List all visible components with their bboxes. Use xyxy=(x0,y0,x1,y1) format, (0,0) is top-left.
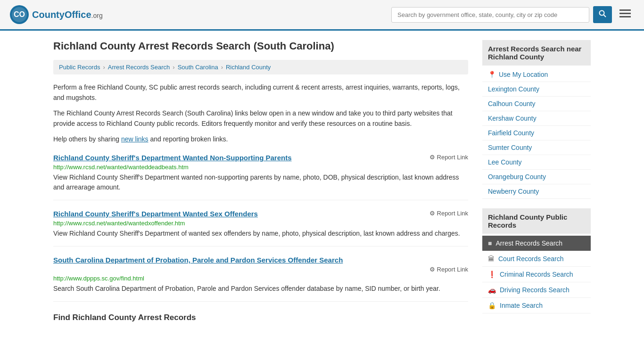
public-records-court[interactable]: 🏛 Court Records Search xyxy=(482,251,591,267)
report-link-2[interactable]: ⚙ Report Link xyxy=(429,210,468,217)
newberry-link[interactable]: Newberry County xyxy=(488,188,539,195)
breadcrumb-south-carolina[interactable]: South Carolina xyxy=(178,64,218,71)
result-desc-1: View Richland County Sheriff's Departmen… xyxy=(53,173,468,192)
driving-records-link[interactable]: Driving Records Search xyxy=(500,286,570,294)
arrest-records-link[interactable]: Arrest Records Search xyxy=(495,239,562,247)
nearby-sumter[interactable]: Sumter County xyxy=(482,140,591,155)
result-header-1: Richland County Sheriff's Department Wan… xyxy=(53,154,468,162)
description-2: The Richland County Arrest Records Searc… xyxy=(53,108,468,129)
report-icon-3: ⚙ xyxy=(429,266,435,273)
description-3: Help others by sharing new links and rep… xyxy=(53,134,468,144)
result-url-2: http://www.rcsd.net/wanted/wantedxoffend… xyxy=(53,220,468,227)
hamburger-icon xyxy=(619,9,631,18)
breadcrumb-arrest-records[interactable]: Arrest Records Search xyxy=(108,64,170,71)
lexington-link[interactable]: Lexington County xyxy=(488,85,539,93)
location-icon: 📍 xyxy=(488,71,496,78)
content-area: Richland County Arrest Records Search (S… xyxy=(53,40,468,323)
criminal-records-link[interactable]: Criminal Records Search xyxy=(500,271,573,278)
report-icon-2: ⚙ xyxy=(429,210,435,217)
sidebar: Arrest Records Search near Richland Coun… xyxy=(482,40,591,323)
search-button[interactable] xyxy=(593,6,612,23)
breadcrumb-public-records[interactable]: Public Records xyxy=(59,64,100,71)
logo-text: CountyOffice.org xyxy=(32,9,103,20)
search-area xyxy=(391,6,635,23)
svg-rect-5 xyxy=(619,9,631,11)
search-icon xyxy=(599,10,606,17)
result-desc-3: Search South Carolina Department of Prob… xyxy=(53,284,468,294)
report-link-1[interactable]: ⚙ Report Link xyxy=(429,154,468,161)
nearby-section: Arrest Records Search near Richland Coun… xyxy=(482,40,591,199)
svg-rect-6 xyxy=(619,13,631,14)
public-records-section-title: Richland County Public Records xyxy=(482,208,591,234)
fairfield-link[interactable]: Fairfield County xyxy=(488,129,534,137)
nearby-lee[interactable]: Lee County xyxy=(482,155,591,170)
orangeburg-link[interactable]: Orangeburg County xyxy=(488,173,546,181)
report-icon-1: ⚙ xyxy=(429,154,435,161)
court-records-link[interactable]: Court Records Search xyxy=(498,255,564,263)
breadcrumb-sep-3: › xyxy=(221,64,223,71)
desc3-pre: Help others by sharing xyxy=(53,135,121,143)
svg-line-4 xyxy=(604,15,606,17)
find-section-title: Find Richland County Arrest Records xyxy=(53,313,468,322)
lee-link[interactable]: Lee County xyxy=(488,158,522,166)
driving-icon: 🚗 xyxy=(488,286,496,294)
logo-icon: CO xyxy=(9,5,29,25)
site-header: CO CountyOffice.org xyxy=(0,0,644,31)
report-link-3[interactable]: ⚙ Report Link xyxy=(429,266,468,273)
result-url-3: http://www.dppps.sc.gov/find.html xyxy=(53,275,468,282)
result-title-3[interactable]: South Carolina Department of Probation, … xyxy=(53,256,343,264)
criminal-icon: ❗ xyxy=(488,271,496,278)
result-item-3: South Carolina Department of Probation, … xyxy=(53,256,468,302)
svg-rect-7 xyxy=(619,16,631,17)
nearby-calhoun[interactable]: Calhoun County xyxy=(482,97,591,111)
nearby-section-title: Arrest Records Search near Richland Coun… xyxy=(482,40,591,66)
breadcrumb-sep-2: › xyxy=(173,64,174,71)
result-title-2[interactable]: Richland County Sheriff's Department Wan… xyxy=(53,210,258,218)
nearby-lexington[interactable]: Lexington County xyxy=(482,82,591,97)
calhoun-link[interactable]: Calhoun County xyxy=(488,100,535,107)
arrest-icon: ■ xyxy=(488,239,492,247)
sumter-link[interactable]: Sumter County xyxy=(488,144,532,151)
kershaw-link[interactable]: Kershaw County xyxy=(488,115,537,122)
inmate-icon: 🔒 xyxy=(488,302,496,309)
search-input[interactable] xyxy=(391,7,589,23)
public-records-section: Richland County Public Records ■ Arrest … xyxy=(482,208,591,313)
result-url-1: http://www.rcsd.net/wanted/wanteddeadbea… xyxy=(53,164,468,171)
new-links-link[interactable]: new links xyxy=(121,135,149,143)
report-link-wrapper-3: ⚙ Report Link xyxy=(53,266,468,273)
main-container: Richland County Arrest Records Search (S… xyxy=(39,31,605,332)
description-1: Perform a free Richland County, SC publi… xyxy=(53,82,468,103)
result-header-2: Richland County Sheriff's Department Wan… xyxy=(53,210,468,218)
result-header-3: South Carolina Department of Probation, … xyxy=(53,256,468,264)
public-records-criminal[interactable]: ❗ Criminal Records Search xyxy=(482,267,591,282)
breadcrumb-richland-county[interactable]: Richland County xyxy=(226,64,271,71)
public-records-arrest[interactable]: ■ Arrest Records Search xyxy=(482,236,591,251)
court-icon: 🏛 xyxy=(488,255,495,263)
inmate-search-link[interactable]: Inmate Search xyxy=(500,302,543,309)
menu-button[interactable] xyxy=(616,7,635,23)
svg-point-3 xyxy=(600,11,604,16)
result-item-1: Richland County Sheriff's Department Wan… xyxy=(53,154,468,200)
result-title-1[interactable]: Richland County Sheriff's Department Wan… xyxy=(53,154,292,162)
nearby-fairfield[interactable]: Fairfield County xyxy=(482,126,591,140)
svg-text:CO: CO xyxy=(14,10,25,18)
nearby-newberry[interactable]: Newberry County xyxy=(482,184,591,199)
result-item-2: Richland County Sheriff's Department Wan… xyxy=(53,210,468,247)
nearby-orangeburg[interactable]: Orangeburg County xyxy=(482,170,591,184)
public-records-driving[interactable]: 🚗 Driving Records Search xyxy=(482,282,591,298)
public-records-inmate[interactable]: 🔒 Inmate Search xyxy=(482,298,591,313)
use-my-location-link[interactable]: Use My Location xyxy=(499,71,548,78)
logo-area: CO CountyOffice.org xyxy=(9,5,103,25)
nearby-kershaw[interactable]: Kershaw County xyxy=(482,111,591,126)
desc3-post: and reporting broken links. xyxy=(149,135,228,143)
breadcrumb: Public Records › Arrest Records Search ›… xyxy=(53,60,468,74)
page-title: Richland County Arrest Records Search (S… xyxy=(53,40,468,52)
use-my-location-item[interactable]: 📍 Use My Location xyxy=(482,67,591,82)
breadcrumb-sep-1: › xyxy=(103,64,105,71)
result-desc-2: View Richland County Sheriff's Departmen… xyxy=(53,229,468,239)
